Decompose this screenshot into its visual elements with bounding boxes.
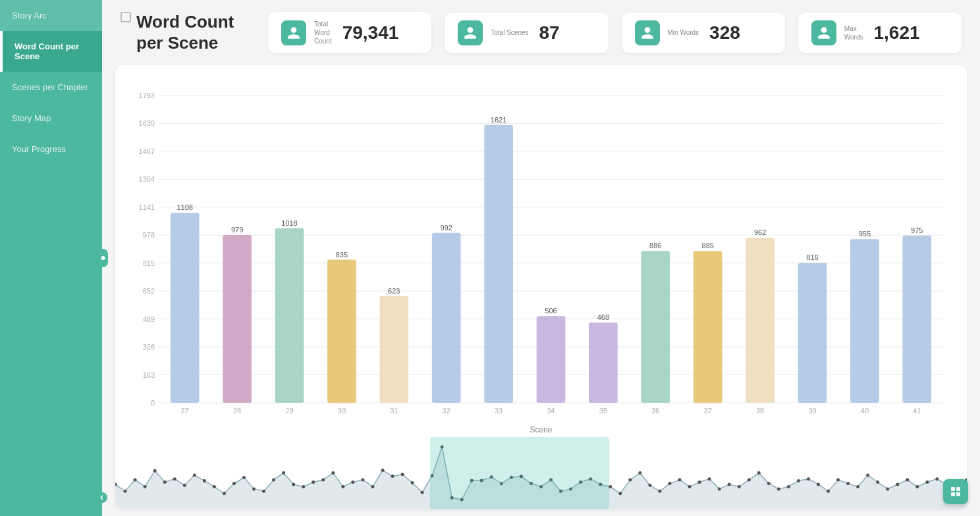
axis-label: Scene xyxy=(126,423,956,437)
sidebar-toggle-button[interactable] xyxy=(97,492,107,503)
svg-text:992: 992 xyxy=(441,224,452,232)
svg-text:34: 34 xyxy=(547,407,555,415)
svg-text:38: 38 xyxy=(756,407,764,415)
svg-rect-159 xyxy=(951,492,955,496)
svg-point-145 xyxy=(856,485,859,488)
stat-label-total-word-count: Total Word Count xyxy=(314,20,332,45)
svg-point-140 xyxy=(807,477,810,480)
sidebar-item-label: Scenes per Chapter xyxy=(12,82,88,92)
svg-point-126 xyxy=(668,482,671,485)
svg-text:623: 623 xyxy=(388,287,400,295)
person-icon-4 xyxy=(817,26,831,40)
mini-selection[interactable] xyxy=(430,437,609,509)
svg-point-90 xyxy=(312,480,315,484)
svg-point-124 xyxy=(648,484,651,487)
sidebar-item-label: Word Count per Scene xyxy=(14,41,79,61)
svg-text:1108: 1108 xyxy=(177,203,192,211)
svg-text:1304: 1304 xyxy=(139,175,155,183)
svg-point-141 xyxy=(817,482,820,486)
mini-chart-wrapper[interactable] xyxy=(115,437,967,509)
chart-container: 1793163014671304114197881565248932616301… xyxy=(126,76,956,437)
stat-card-total-scenes: Total Scenes 87 xyxy=(445,13,608,53)
person-icon xyxy=(286,26,301,40)
svg-point-92 xyxy=(331,471,335,475)
stat-label-total-scenes: Total Scenes xyxy=(491,28,528,37)
stat-value-max-words: 1,621 xyxy=(873,22,919,43)
svg-text:955: 955 xyxy=(859,230,871,238)
svg-text:35: 35 xyxy=(599,407,607,415)
svg-point-98 xyxy=(391,475,394,478)
svg-point-153 xyxy=(935,477,939,480)
svg-point-136 xyxy=(767,482,771,485)
bar-chart-wrapper[interactable]: 1793163014671304114197881565248932616301… xyxy=(126,76,956,423)
svg-text:835: 835 xyxy=(336,251,348,259)
svg-rect-31 xyxy=(275,228,304,403)
sidebar-item-story-map[interactable]: Story Map xyxy=(0,103,102,134)
svg-text:33: 33 xyxy=(495,407,503,415)
svg-point-123 xyxy=(638,471,641,475)
main-content: Word Countper Scene Total Word Count 79,… xyxy=(102,0,980,516)
svg-text:28: 28 xyxy=(233,407,241,415)
svg-point-132 xyxy=(728,482,731,486)
svg-text:39: 39 xyxy=(808,407,816,415)
svg-point-144 xyxy=(846,482,850,485)
svg-text:30: 30 xyxy=(338,407,346,415)
svg-rect-61 xyxy=(798,263,827,403)
stat-label-min-words: Min Words xyxy=(668,28,699,37)
svg-point-129 xyxy=(698,480,701,484)
svg-text:0: 0 xyxy=(151,399,155,407)
svg-text:886: 886 xyxy=(649,242,661,249)
svg-point-88 xyxy=(292,482,295,486)
svg-point-95 xyxy=(361,478,364,482)
svg-point-120 xyxy=(609,485,612,488)
svg-point-131 xyxy=(718,487,721,490)
svg-rect-25 xyxy=(171,213,200,403)
svg-point-0 xyxy=(101,256,105,260)
svg-point-127 xyxy=(678,478,681,482)
svg-point-135 xyxy=(757,471,761,475)
svg-point-149 xyxy=(896,482,899,486)
stat-icon-min-words xyxy=(635,20,660,45)
stat-value-total-word-count: 79,341 xyxy=(342,22,399,43)
svg-text:1467: 1467 xyxy=(139,147,155,155)
sidebar-edge-toggle[interactable] xyxy=(97,249,108,267)
svg-point-148 xyxy=(886,487,889,490)
svg-text:1630: 1630 xyxy=(139,119,155,127)
svg-point-79 xyxy=(203,479,206,482)
svg-point-71 xyxy=(124,490,127,493)
page-title: Word Countper Scene xyxy=(136,12,255,53)
sidebar-item-story-arc[interactable]: Story Arc xyxy=(0,0,102,31)
svg-point-100 xyxy=(411,481,414,484)
svg-rect-160 xyxy=(956,492,960,496)
svg-rect-40 xyxy=(432,233,461,403)
svg-point-128 xyxy=(688,485,692,488)
svg-point-142 xyxy=(827,490,830,493)
svg-text:489: 489 xyxy=(143,315,155,323)
svg-point-151 xyxy=(915,485,919,488)
svg-point-152 xyxy=(925,480,929,484)
sidebar-item-your-progress[interactable]: Your Progress xyxy=(0,134,102,165)
sidebar-item-word-count[interactable]: Word Count per Scene xyxy=(0,31,102,72)
svg-text:29: 29 xyxy=(285,407,293,415)
svg-text:1621: 1621 xyxy=(491,116,506,124)
svg-text:816: 816 xyxy=(806,253,818,261)
fab-button[interactable] xyxy=(943,479,968,504)
svg-text:652: 652 xyxy=(143,287,155,295)
svg-text:37: 37 xyxy=(704,407,712,415)
svg-rect-158 xyxy=(956,487,960,491)
toggle-arrow-icon xyxy=(101,255,105,261)
expand-icon xyxy=(950,486,962,498)
svg-text:27: 27 xyxy=(181,407,189,415)
svg-rect-37 xyxy=(379,296,408,403)
svg-point-150 xyxy=(906,478,909,482)
stat-value-total-scenes: 87 xyxy=(539,22,560,43)
svg-text:1018: 1018 xyxy=(281,219,297,227)
svg-text:41: 41 xyxy=(913,407,921,415)
title-checkbox[interactable] xyxy=(121,12,131,22)
svg-text:36: 36 xyxy=(651,407,659,415)
svg-point-78 xyxy=(193,474,196,477)
svg-point-122 xyxy=(628,478,632,482)
sidebar-item-scenes-per-chapter[interactable]: Scenes per Chapter xyxy=(0,72,102,103)
svg-point-84 xyxy=(252,487,256,490)
svg-rect-55 xyxy=(694,251,722,403)
